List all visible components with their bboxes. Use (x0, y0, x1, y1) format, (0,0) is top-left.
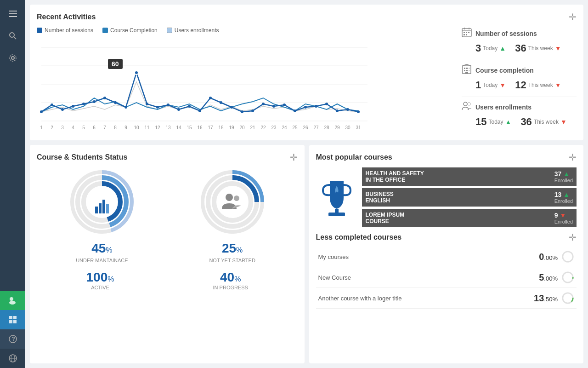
svg-point-6 (10, 55, 16, 61)
svg-text:$: $ (14, 297, 17, 301)
main-content: Recent Activities ✛ Number of sessions C… (25, 0, 588, 368)
stat-enrollments-week: 36 This week ▼ (520, 116, 566, 128)
svg-point-123 (234, 196, 239, 201)
svg-text:27: 27 (313, 125, 319, 130)
svg-point-126 (563, 252, 573, 262)
bottom-row: Course & Students Status ✛ (30, 145, 583, 363)
progress-1 (561, 271, 574, 284)
svg-text:28: 28 (324, 125, 329, 130)
svg-text:12: 12 (155, 125, 160, 130)
popular-courses-header: Most popular courses ✛ (316, 152, 577, 163)
svg-text:1: 1 (40, 125, 43, 130)
svg-point-29 (93, 100, 96, 103)
stat-enrollments-title: Users enrollments (475, 104, 531, 111)
svg-text:10: 10 (134, 125, 139, 130)
stat-completion-week-number: 12 (515, 79, 526, 91)
search-icon[interactable] (4, 27, 22, 45)
svg-point-49 (304, 106, 307, 109)
svg-rect-101 (469, 70, 470, 71)
enrollments-week-arrow: ▼ (560, 118, 567, 126)
donut1-percent: 45 (91, 241, 106, 255)
svg-text:8: 8 (114, 125, 117, 130)
stat-enrollments: Users enrollments 15 Today ▲ 36 This wee… (462, 101, 577, 128)
menu-icon[interactable] (4, 5, 22, 23)
popular-courses-expand[interactable]: ✛ (569, 152, 577, 163)
svg-point-47 (283, 104, 286, 106)
course-students-expand[interactable]: ✛ (290, 152, 298, 163)
svg-text:4: 4 (72, 125, 74, 130)
stat-active: 100% ACTIVE (86, 270, 114, 290)
svg-rect-116 (106, 204, 109, 213)
legend-enrollments: Users enrollments (167, 27, 219, 34)
svg-text:23: 23 (271, 125, 277, 130)
svg-text:31: 31 (356, 125, 361, 130)
stat-completion-today-label: Today (483, 82, 498, 88)
sidebar-item-grid[interactable] (0, 310, 25, 329)
stat-sessions-week: 36 This week ▼ (515, 42, 561, 54)
svg-point-43 (241, 110, 243, 113)
recent-activities-header: Recent Activities ✛ (37, 12, 577, 23)
svg-rect-102 (465, 72, 468, 74)
svg-point-52 (336, 109, 339, 112)
svg-rect-125 (328, 213, 345, 216)
svg-text:16: 16 (197, 125, 203, 130)
less-completed-expand[interactable]: ✛ (569, 232, 577, 243)
svg-text:30: 30 (345, 125, 351, 130)
sidebar-item-globe[interactable] (0, 349, 25, 368)
svg-text:17: 17 (208, 125, 213, 130)
recent-activities-body: Number of sessions Course Completion Use… (37, 27, 577, 133)
svg-text:6: 6 (93, 125, 96, 130)
legend-sessions: Number of sessions (37, 27, 93, 34)
svg-rect-96 (464, 68, 465, 69)
popular-courses-widget: Most popular courses ✛ (316, 152, 577, 227)
course-students-widget: Course & Students Status ✛ (30, 145, 305, 363)
settings-icon[interactable] (4, 49, 22, 67)
svg-rect-91 (466, 32, 467, 33)
svg-text:?: ? (11, 336, 15, 342)
users-icon (462, 101, 472, 113)
less-item-2-name: Another course with a loger title (318, 295, 402, 302)
donut1-svg (68, 167, 136, 236)
course-students-header: Course & Students Status ✛ (37, 152, 298, 163)
svg-rect-93 (464, 34, 465, 35)
svg-rect-13 (13, 320, 17, 323)
svg-text:11: 11 (144, 125, 150, 130)
donut2-label: NOT YET STARTED (209, 258, 255, 263)
donut-maintainance: 45% UNDER MANTAINACE (68, 167, 136, 263)
sidebar-item-money[interactable]: $ (0, 291, 25, 310)
stat-active-num: 100 (86, 270, 108, 284)
svg-point-50 (315, 105, 317, 108)
legend-sessions-dot (37, 28, 42, 33)
svg-point-122 (226, 194, 233, 201)
stat-completion: Course completion 1 Today ▼ 12 This week… (462, 64, 577, 91)
svg-text:22: 22 (260, 125, 266, 130)
recent-activities-expand[interactable]: ✛ (569, 12, 577, 23)
svg-point-27 (72, 105, 74, 108)
svg-text:9: 9 (124, 125, 127, 130)
svg-point-44 (251, 109, 254, 112)
course-item-2: LOREM IPSUMCOURSE 9 ▼ Enrolled (362, 209, 577, 227)
svg-text:7: 7 (103, 125, 106, 130)
stat-sessions-title: Number of sessions (475, 30, 537, 37)
svg-rect-92 (468, 32, 469, 33)
svg-rect-124 (335, 209, 339, 213)
svg-point-48 (294, 109, 296, 112)
svg-text:29: 29 (334, 125, 340, 130)
svg-text:13: 13 (165, 125, 171, 130)
svg-point-127 (563, 272, 573, 282)
popular-courses-title: Most popular courses (316, 153, 392, 161)
less-completed-header: Less completed courses ✛ (316, 232, 577, 243)
svg-text:26: 26 (303, 125, 308, 130)
svg-text:21: 21 (250, 125, 255, 130)
stat-enrollments-week-number: 36 (520, 116, 531, 128)
svg-point-38 (188, 105, 191, 108)
svg-point-40 (209, 97, 212, 99)
svg-point-54 (357, 110, 360, 113)
svg-text:2: 2 (51, 125, 53, 130)
stat-sessions-values: 3 Today ▲ 36 This week ▼ (462, 42, 577, 54)
svg-text:25: 25 (292, 125, 298, 130)
recent-activities-widget: Recent Activities ✛ Number of sessions C… (30, 5, 583, 140)
sidebar-item-help[interactable]: ? (0, 329, 25, 349)
right-column: Most popular courses ✛ (309, 145, 584, 363)
courses-list: HEALTH AND SAFETYIN THE OFFICE 37 ▲ Enro… (362, 167, 577, 227)
